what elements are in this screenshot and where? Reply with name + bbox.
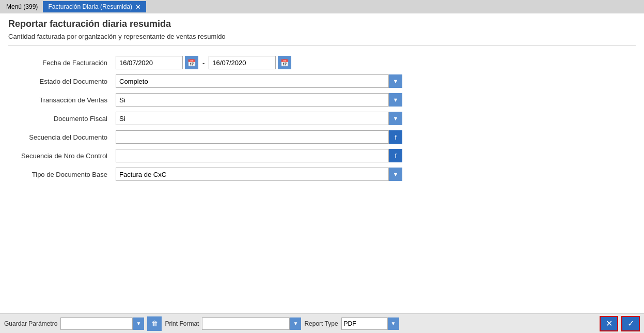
print-format-select[interactable] — [202, 317, 290, 330]
estado-dropdown-arrow[interactable]: ▼ — [389, 74, 402, 88]
fecha-from-input[interactable] — [116, 56, 183, 69]
documento-fiscal-field-cell: Si No ▼ — [112, 109, 636, 128]
guardar-label: Guardar Parámetro — [4, 320, 57, 327]
bottom-bar: Guardar Parámetro ▼ 🗑 Print Format ▼ Rep… — [0, 313, 644, 333]
cancel-button[interactable]: ✕ — [600, 316, 618, 331]
tab-bar: Menú (399) Facturación Diaria (Resumida)… — [0, 0, 644, 13]
table-row: Transacción de Ventas Si No ▼ — [8, 90, 636, 109]
cancel-icon: ✕ — [606, 319, 612, 328]
fecha-label: Fecha de Facturación — [8, 53, 112, 72]
guardar-input-wrap: ▼ — [60, 317, 144, 330]
table-row: Secuencia de Nro de Control f — [8, 146, 636, 165]
documento-fiscal-select[interactable]: Si No — [116, 112, 389, 125]
fecha-field-cell: 📅 - 📅 — [112, 53, 636, 72]
transaccion-field-cell: Si No ▼ — [112, 90, 636, 109]
confirm-icon: ✓ — [627, 319, 634, 328]
fecha-to-input[interactable] — [209, 56, 276, 69]
tipo-doc-label: Tipo de Documento Base — [8, 165, 112, 184]
transaccion-select-wrap: Si No ▼ — [116, 93, 402, 107]
secuencia-nro-field-wrap: f — [116, 149, 402, 162]
documento-fiscal-label: Documento Fiscal — [8, 109, 112, 128]
transaccion-label: Transacción de Ventas — [8, 90, 112, 109]
transaccion-select[interactable]: Si No — [116, 93, 389, 107]
form-table: Fecha de Facturación 📅 - 📅 Estado del Do… — [8, 53, 636, 184]
cal-to-button[interactable]: 📅 — [278, 56, 291, 69]
report-type-select[interactable]: PDF HTML Excel — [341, 317, 388, 330]
secuencia-nro-input[interactable] — [116, 149, 389, 162]
secuencia-nro-field-cell: f — [112, 146, 636, 165]
documento-fiscal-select-wrap: Si No ▼ — [116, 112, 402, 125]
guardar-dropdown-arrow[interactable]: ▼ — [133, 317, 144, 330]
secuencia-nro-func-button[interactable]: f — [389, 149, 402, 162]
tipo-doc-select[interactable]: Factura de CxC Nota de Crédito Nota de D… — [116, 168, 389, 181]
estado-select-wrap: Completo En Proceso Borrador ▼ — [116, 74, 402, 88]
table-row: Documento Fiscal Si No ▼ — [8, 109, 636, 128]
secuencia-doc-field-cell: f — [112, 128, 636, 146]
documento-fiscal-dropdown-arrow[interactable]: ▼ — [389, 112, 402, 125]
tab-close-button[interactable]: ✕ — [135, 4, 141, 10]
tab-active[interactable]: Facturación Diaria (Resumida) ✕ — [43, 1, 146, 12]
table-row: Estado del Documento Completo En Proceso… — [8, 72, 636, 90]
transaccion-dropdown-arrow[interactable]: ▼ — [389, 93, 402, 107]
secuencia-doc-field-wrap: f — [116, 130, 402, 144]
tipo-doc-field-cell: Factura de CxC Nota de Crédito Nota de D… — [112, 165, 636, 184]
main-content: Reportar facturación diaria resumida Can… — [0, 13, 644, 313]
tab-active-label: Facturación Diaria (Resumida) — [48, 3, 132, 10]
table-row: Fecha de Facturación 📅 - 📅 — [8, 53, 636, 72]
guardar-input[interactable] — [60, 317, 133, 330]
secuencia-doc-func-button[interactable]: f — [389, 130, 402, 144]
tipo-doc-dropdown-arrow[interactable]: ▼ — [389, 168, 402, 181]
estado-select[interactable]: Completo En Proceso Borrador — [116, 74, 389, 88]
print-format-dropdown-arrow[interactable]: ▼ — [290, 317, 301, 330]
delete-button[interactable]: 🗑 — [147, 316, 162, 331]
print-format-select-wrap: ▼ — [202, 317, 301, 330]
secuencia-nro-label: Secuencia de Nro de Control — [8, 146, 112, 165]
report-type-label: Report Type — [304, 320, 338, 327]
print-format-label: Print Format — [165, 320, 199, 327]
tipo-doc-select-wrap: Factura de CxC Nota de Crédito Nota de D… — [116, 168, 402, 181]
report-type-select-wrap: PDF HTML Excel ▼ — [341, 317, 399, 330]
cal-from-button[interactable]: 📅 — [185, 56, 198, 69]
page-subtitle: Cantidad facturada por organización y re… — [8, 33, 636, 46]
secuencia-doc-label: Secuencia del Documento — [8, 128, 112, 146]
estado-field-cell: Completo En Proceso Borrador ▼ — [112, 72, 636, 90]
table-row: Secuencia del Documento f — [8, 128, 636, 146]
estado-label: Estado del Documento — [8, 72, 112, 90]
date-separator: - — [202, 59, 205, 67]
report-type-dropdown-arrow[interactable]: ▼ — [388, 317, 399, 330]
table-row: Tipo de Documento Base Factura de CxC No… — [8, 165, 636, 184]
confirm-button[interactable]: ✓ — [621, 316, 640, 331]
page-title: Reportar facturación diaria resumida — [8, 19, 636, 29]
tab-menu[interactable]: Menú (399) — [2, 1, 42, 12]
secuencia-doc-input[interactable] — [116, 130, 389, 144]
fecha-field: 📅 - 📅 — [116, 56, 632, 69]
